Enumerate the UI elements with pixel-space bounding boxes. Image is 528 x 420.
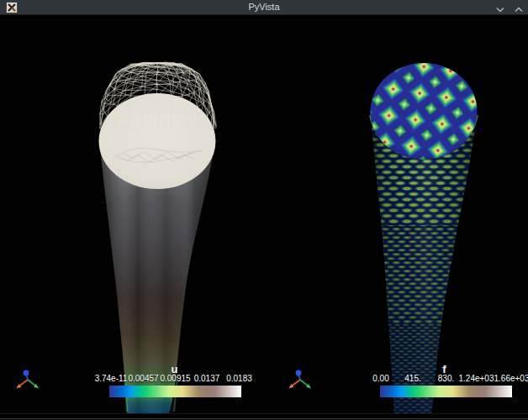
window-title: PyVista bbox=[0, 0, 528, 14]
column-top-face bbox=[99, 93, 216, 189]
viewport-bottom-edge bbox=[0, 413, 528, 414]
u-tick-1: 0.00457 bbox=[128, 374, 158, 383]
load-top-face-shading bbox=[371, 63, 478, 160]
z-axis-sphere-icon bbox=[24, 370, 29, 376]
f-tick-3: 1.24e+03 bbox=[459, 374, 494, 383]
pyvista-window: u 3.74e-11 0.00457 0.00915 0.0137 0.0183… bbox=[0, 0, 528, 420]
z-axis-sphere-icon bbox=[296, 370, 302, 376]
u-tick-3: 0.0137 bbox=[194, 374, 220, 383]
titlebar[interactable]: PyVista bbox=[0, 0, 528, 15]
f-tick-2: 830. bbox=[438, 374, 454, 383]
u-scalar-bar[interactable] bbox=[109, 386, 241, 397]
f-tick-4: 1.66e+03 bbox=[494, 374, 528, 383]
f-tick-0: 0.00 bbox=[372, 374, 388, 383]
f-tick-1: 415. bbox=[404, 374, 420, 383]
window-bottom-border bbox=[0, 418, 528, 419]
window-controls bbox=[488, 0, 526, 14]
u-tick-4: 0.0183 bbox=[226, 374, 252, 383]
f-scalar-bar[interactable] bbox=[380, 386, 512, 397]
minimize-chevron-down-icon[interactable] bbox=[497, 8, 504, 12]
maximize-chevron-up-icon[interactable] bbox=[515, 8, 522, 12]
render-viewport[interactable] bbox=[0, 0, 528, 420]
u-tick-2: 0.00915 bbox=[160, 374, 190, 383]
u-tick-0: 3.74e-11 bbox=[95, 374, 128, 383]
